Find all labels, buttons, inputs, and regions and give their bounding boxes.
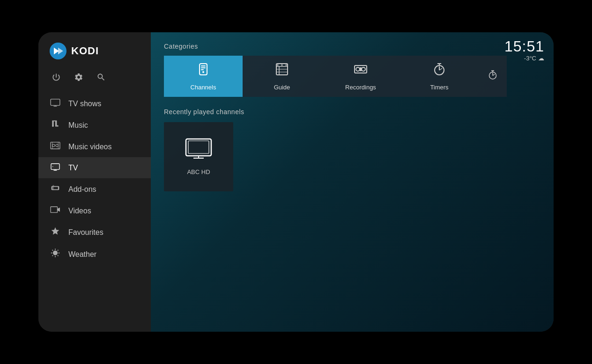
guide-label: Guide — [274, 84, 290, 91]
svg-rect-22 — [201, 69, 204, 70]
sidebar-item-weather[interactable]: Weather — [38, 243, 151, 265]
sidebar-item-music[interactable]: Music — [38, 114, 151, 136]
sidebar-item-music-videos[interactable]: Music videos — [38, 136, 151, 157]
weather-status: -3°C ☁ — [524, 55, 544, 62]
music-icon — [50, 119, 61, 131]
music-videos-icon — [50, 141, 61, 152]
sidebar-nav: TV shows Music — [38, 93, 151, 265]
svg-point-28 — [277, 65, 279, 66]
kodi-logo-icon — [50, 43, 67, 59]
favourites-icon — [50, 226, 61, 238]
channels-icon — [196, 62, 211, 80]
weather-cloud-icon: ☁ — [538, 55, 544, 62]
music-videos-label: Music videos — [68, 143, 111, 151]
music-label: Music — [68, 121, 88, 130]
top-bar: 15:51 -3°C ☁ — [504, 39, 544, 62]
svg-rect-13 — [51, 164, 59, 170]
categories-section: Categories Channels — [164, 43, 540, 108]
svg-point-33 — [362, 67, 365, 71]
svg-point-32 — [356, 67, 360, 71]
svg-point-29 — [281, 65, 283, 66]
timers-label: Timers — [430, 84, 448, 91]
sidebar-item-tv-shows[interactable]: TV shows — [38, 93, 151, 114]
sidebar-action-icons — [38, 68, 151, 90]
settings-button[interactable] — [74, 73, 83, 82]
svg-rect-46 — [188, 141, 209, 153]
temperature: -3°C — [524, 55, 536, 62]
sidebar: KODI — [38, 32, 151, 332]
svg-point-9 — [52, 144, 55, 146]
tab-timers[interactable]: Timers — [400, 56, 479, 97]
tab-recordings[interactable]: Recordings — [321, 56, 400, 97]
timer-rules-icon — [487, 68, 498, 84]
svg-rect-34 — [360, 67, 362, 71]
sidebar-item-videos[interactable]: Videos — [38, 200, 151, 221]
weather-icon — [50, 248, 61, 260]
svg-rect-8 — [51, 142, 60, 149]
tv-icon — [50, 162, 61, 173]
add-ons-icon — [50, 183, 61, 195]
svg-point-6 — [52, 125, 53, 127]
svg-marker-17 — [58, 208, 60, 212]
app-logo: KODI — [38, 32, 151, 68]
svg-rect-20 — [201, 66, 206, 66]
sidebar-item-favourites[interactable]: Favourites — [38, 221, 151, 243]
main-content: 15:51 -3°C ☁ Categories — [151, 32, 554, 332]
sidebar-item-tv[interactable]: TV — [38, 157, 151, 178]
tv-label: TV — [68, 164, 78, 172]
sidebar-item-add-ons[interactable]: Add-ons — [38, 178, 151, 200]
power-button[interactable] — [52, 73, 61, 82]
category-tabs: Channels — [164, 56, 540, 97]
guide-icon — [274, 62, 289, 80]
svg-rect-16 — [51, 207, 57, 213]
add-ons-label: Add-ons — [68, 185, 96, 194]
recently-played-section: Recently played channels — [164, 108, 540, 191]
abc-hd-icon — [185, 138, 212, 163]
categories-label: Categories — [164, 43, 540, 50]
recordings-label: Recordings — [345, 84, 376, 91]
abc-hd-name: ABC HD — [187, 168, 210, 175]
search-button[interactable] — [96, 73, 106, 82]
channels-label: Channels — [191, 84, 216, 91]
clock: 15:51 — [504, 39, 544, 54]
videos-label: Videos — [68, 207, 91, 215]
svg-rect-21 — [201, 67, 206, 68]
tab-timer-rules[interactable] — [479, 56, 507, 97]
svg-point-10 — [56, 144, 58, 146]
channel-card-abc-hd[interactable]: ABC HD — [164, 122, 233, 191]
recently-played-label: Recently played channels — [164, 108, 540, 116]
recordings-icon — [353, 62, 368, 80]
tab-channels[interactable]: Channels — [164, 56, 243, 97]
tab-guide[interactable]: Guide — [243, 56, 321, 97]
channel-grid: ABC HD — [164, 122, 540, 191]
tv-shows-label: TV shows — [68, 100, 101, 108]
svg-point-7 — [57, 125, 58, 127]
tv-shows-icon — [50, 98, 61, 109]
videos-icon — [50, 205, 61, 216]
svg-point-19 — [202, 71, 204, 73]
weather-label: Weather — [68, 250, 96, 259]
svg-rect-3 — [51, 99, 60, 106]
svg-point-30 — [286, 65, 287, 66]
app-name: KODI — [71, 45, 99, 57]
timers-icon — [432, 62, 447, 80]
favourites-label: Favourites — [68, 228, 104, 237]
